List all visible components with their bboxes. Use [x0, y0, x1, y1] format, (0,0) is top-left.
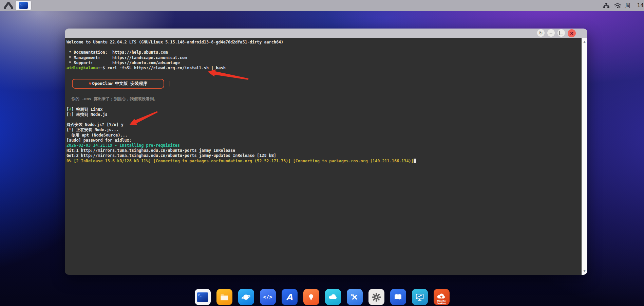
dock-tools[interactable] — [347, 289, 363, 305]
dock-system-monitor[interactable] — [412, 289, 428, 305]
dock-settings[interactable] — [368, 289, 384, 305]
terminal-text: ] 正在安装 Node.js... — [71, 127, 119, 132]
maximize-button[interactable] — [557, 29, 565, 37]
maximize-icon — [559, 31, 563, 35]
system-monitor-icon — [415, 292, 425, 302]
terminal-line: [!] 未找到 Node.js — [67, 112, 579, 117]
taskbar-active-terminal[interactable]: >_ — [16, 1, 31, 10]
dock-cloud[interactable] — [325, 289, 341, 305]
code-editor-icon: </> — [263, 294, 272, 300]
cloud-icon — [328, 292, 338, 302]
terminal-text: * Documentation: https://help.ubuntu.com — [67, 50, 168, 55]
terminal-line: * Documentation: https://help.ubuntu.com — [67, 50, 579, 55]
terminal-line: Hit:1 http://mirrors.tuna.tsinghua.edu.c… — [67, 148, 579, 153]
scroll-up-icon[interactable]: ▲ — [582, 40, 587, 43]
terminal-icon: >_ — [19, 2, 28, 9]
terminal-text: Welcome to Ubuntu 22.04.2 LTS (GNU/Linux… — [67, 40, 283, 44]
openclaw-installer-banner: ♥OpenClaw 中文版 安装程序 — [72, 79, 164, 89]
heart-icon: ♥ — [89, 81, 92, 86]
close-button[interactable]: × — [568, 29, 576, 37]
terminal-prompt: aidlux@kalama — [67, 66, 98, 70]
terminal-line — [67, 91, 579, 96]
terminal-titlebar[interactable]: ↻ − × — [65, 29, 587, 38]
spinner-bar: │ — [168, 81, 171, 86]
terminal-text: 2026-02-03 14:21:19 - Installing pre-req… — [67, 143, 180, 148]
terminal-text: Hit:1 http://mirrors.tuna.tsinghua.edu.c… — [67, 148, 235, 153]
ethernet-icon[interactable] — [603, 2, 610, 9]
tools-icon — [350, 292, 359, 302]
terminal-line: * Management: https://landscape.canonica… — [67, 55, 579, 60]
dock-files[interactable] — [216, 289, 232, 305]
terminal-text: * Support: https://ubuntu.com/advantage — [67, 60, 180, 65]
terminal-line: 是否安装 Node.js? [Y/n] y — [67, 122, 579, 127]
files-icon — [220, 292, 229, 302]
terminal-line: 使用 apt (NodeSource)... — [67, 133, 579, 138]
terminal-text: 使用 apt (NodeSource)... — [67, 133, 128, 138]
settings-gear-icon — [371, 292, 381, 302]
terminal-line: [*] 正在安装 Node.js... — [67, 127, 579, 132]
terminal-line — [67, 117, 579, 122]
terminal-line — [67, 45, 579, 50]
terminal-line — [67, 71, 579, 76]
terminal-scrollbar[interactable]: ▲ ▼ — [582, 38, 587, 275]
terminal-text: [sudo] password for aidlux: — [67, 138, 132, 143]
terminal-text: Get:2 http://mirrors.tuna.tsinghua.edu.c… — [67, 153, 276, 158]
docs-book-icon — [393, 292, 403, 302]
terminal-line: Welcome to Ubuntu 22.04.2 LTS (GNU/Linux… — [67, 40, 579, 45]
terminal-window: ↻ − × Welcome to Ubuntu 22.04.2 LTS (GNU… — [65, 29, 587, 275]
terminal-line: [√] 检测到 Linux — [67, 107, 579, 112]
dock: >_ </> A — [0, 289, 644, 305]
dock-lamp[interactable] — [303, 289, 319, 305]
taskbar-clock[interactable]: 周二 14: — [625, 2, 644, 9]
ubuntu-desktop-label: Ubuntu Desktop — [434, 300, 450, 304]
lamp-icon — [307, 293, 316, 302]
aidlux-icon: A — [286, 292, 293, 302]
dock-terminal[interactable]: >_ — [195, 289, 211, 305]
terminal-text: * Management: https://landscape.canonica… — [67, 55, 187, 60]
terminal-line: [sudo] password for aidlux: — [67, 138, 579, 143]
dock-browser[interactable] — [238, 289, 254, 305]
scroll-down-icon[interactable]: ▼ — [582, 270, 587, 273]
terminal-line: aidlux@kalama:~$ curl -fsSL https://claw… — [67, 66, 579, 71]
terminal-line: Get:2 http://mirrors.tuna.tsinghua.edu.c… — [67, 153, 579, 158]
refresh-button[interactable]: ↻ — [537, 29, 545, 37]
dock-aidlux[interactable]: A — [282, 289, 298, 305]
refresh-icon: ↻ — [539, 31, 543, 35]
terminal-line: 2026-02-03 14:21:19 - Installing pre-req… — [67, 143, 579, 148]
terminal-line — [67, 102, 579, 107]
terminal-line: 0% [2 InRelease 13.6 kB/128 kB 11%] [Con… — [67, 159, 579, 164]
close-icon: × — [570, 31, 574, 36]
dock-docs[interactable] — [390, 289, 406, 305]
openclaw-banner-label: OpenClaw 中文版 安装程序 — [92, 81, 147, 87]
wifi-off-icon[interactable] — [614, 2, 621, 9]
window-controls: ↻ − × — [537, 29, 576, 37]
terminal-cursor — [414, 159, 416, 163]
minimize-button[interactable]: − — [547, 29, 555, 37]
browser-planet-icon — [241, 292, 251, 302]
terminal-openclaw-row: ♥OpenClaw 中文版 安装程序│ — [67, 76, 579, 91]
terminal-line: * Support: https://ubuntu.com/advantage — [67, 60, 579, 66]
terminal-text: 0% [2 InRelease 13.6 kB/128 kB 11%] [Con… — [67, 159, 414, 163]
terminal-text: :~$ curl -fsSL https://clawd.org.cn/inst… — [98, 66, 225, 70]
dock-ubuntu-desktop[interactable]: Ubuntu Desktop — [434, 289, 450, 305]
ubuntu-desktop-icon — [436, 292, 447, 301]
minimize-icon: − — [549, 31, 553, 35]
dock-code-editor[interactable]: </> — [260, 289, 276, 305]
terminal-line: 你的 .env 露出来了；别担心，我假装没看到。 — [67, 96, 579, 102]
terminal-text: ] 未找到 Node.js — [71, 112, 107, 117]
terminal-text: 你的 .env 露出来了；别担心，我假装没看到。 — [67, 96, 158, 101]
aidlux-logo-icon[interactable] — [3, 1, 14, 10]
terminal-text: ] 检测到 Linux — [71, 107, 102, 112]
terminal-text: 是否安装 Node.js? [Y/n] y — [67, 122, 124, 127]
terminal-output[interactable]: Welcome to Ubuntu 22.04.2 LTS (GNU/Linux… — [65, 38, 587, 275]
taskbar-status-area: 周二 14: — [603, 0, 644, 11]
taskbar: >_ 周二 14: — [0, 0, 644, 11]
terminal-icon: >_ — [197, 292, 208, 302]
